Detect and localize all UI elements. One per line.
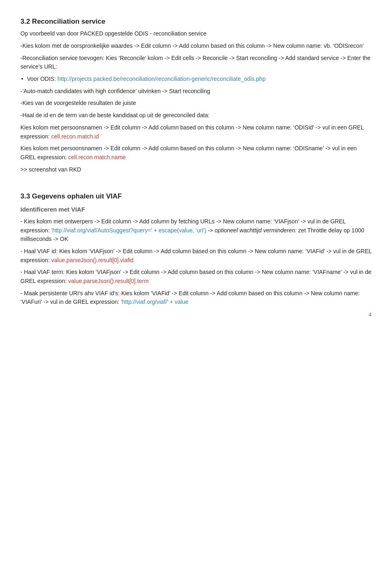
section-32-p5: -Haal de id en de term van de beste kand… xyxy=(20,111,372,120)
section-32-subtitle: Op voorbeeld van door PACKED opgestelde … xyxy=(20,29,372,38)
section-33-subheading: Identificeren met VIAF xyxy=(20,205,372,214)
section-32-p7-code: cell.recon.match.name xyxy=(68,154,126,160)
section-32-heading: 3.2 Reconciliation service xyxy=(20,16,372,27)
section-32-p2-bullet: Voor ODIS: http://projects.packed.be/rec… xyxy=(20,75,372,84)
section-32-p3: -‘Auto-match candidates with high confid… xyxy=(20,87,372,96)
section-33-p2: - Haal VIAF id: Kies kolom ‘VIAFjson’ ->… xyxy=(20,247,372,265)
section-33-p4-link[interactable]: 'http://viaf.org/viaf/' + value xyxy=(121,299,188,305)
section-32-p6-code: cell.recon.match.id xyxy=(51,133,99,140)
section-32-p1: -Kies kolom met de oorspronkelijke waard… xyxy=(20,42,372,51)
section-33-p1-italic: optioneel wachttijd verminderen: xyxy=(215,227,297,234)
section-33-p1: - Kies kolom met ontwerpers -> Edit colu… xyxy=(20,217,372,244)
section-33-p1-suffix: -> xyxy=(206,227,215,234)
section-32-p4: -Kies van de voorgestelde resultaten de … xyxy=(20,99,372,108)
section-33-p3-code: value.parseJson().result[0].term xyxy=(68,278,149,284)
section-33-p2-code: value.parseJson().result[0].viafid xyxy=(51,257,134,263)
section-33-p4: - Maak persistente URI’s ahv VIAF id’s: … xyxy=(20,289,372,307)
section-33-heading: 3.3 Gegevens ophalen uit VIAF xyxy=(20,191,372,202)
section-32-p8: >> screenshot van RKD xyxy=(20,165,372,174)
section-32-p6: Kies kolom met persoonsnamen -> Edit col… xyxy=(20,123,372,141)
section-32-p2-bullet-label: Voor ODIS: xyxy=(27,76,58,82)
section-33-p1-link[interactable]: 'http://viaf.org/viaf/AutoSuggest?query=… xyxy=(51,227,206,234)
section-32: 3.2 Reconciliation service Op voorbeeld … xyxy=(20,16,372,174)
page-number: 4 xyxy=(369,311,372,319)
section-32-p2: -Reconciliation service toevogen: Kies ‘… xyxy=(20,54,372,71)
section-32-p7: Kies kolom met persoonsnamen -> Edit col… xyxy=(20,144,372,162)
section-33: 3.3 Gegevens ophalen uit VIAF Identifice… xyxy=(20,191,372,307)
section-33-p3: - Haal VIAF term: Kies kolom ‘VIAFjson’ … xyxy=(20,268,372,285)
section-33-p4-prefix: - Maak persistente URI’s ahv VIAF id’s: … xyxy=(20,290,360,305)
section-32-link[interactable]: http://projects.packed.be/reconciliation… xyxy=(58,76,266,82)
spacer xyxy=(20,181,372,191)
section-32-p2-prefix: -Reconciliation service toevogen: Kies ‘… xyxy=(20,55,370,70)
